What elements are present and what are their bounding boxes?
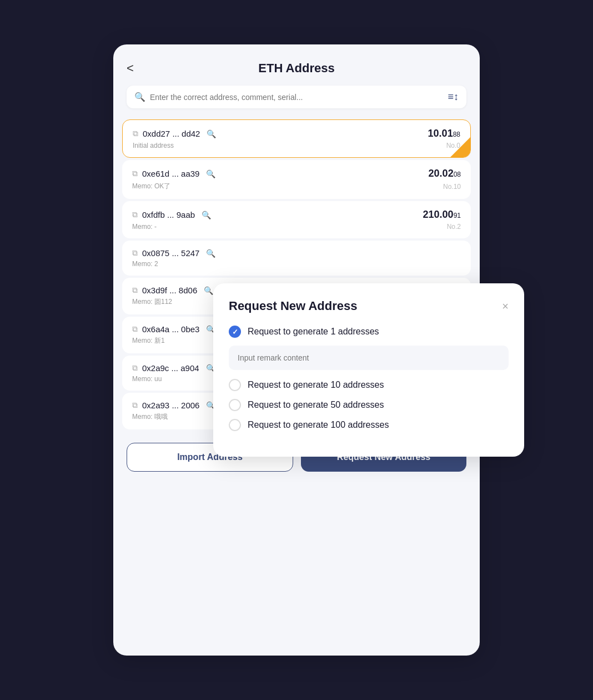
request-modal: Request New Address × Request to generat… <box>213 283 524 457</box>
search-sm-icon[interactable]: 🔍 <box>206 249 215 258</box>
address-text: 0x2a9c ... a904 <box>142 363 199 373</box>
search-icon: 🔍 <box>134 92 145 102</box>
address-text: 0xe61d ... aa39 <box>142 169 199 178</box>
address-text: 0xfdfb ... 9aab <box>142 210 195 219</box>
address-left: ⧉ 0x2a93 ... 2006 🔍 <box>132 401 215 410</box>
address-text: 0x0875 ... 5247 <box>142 248 199 258</box>
address-item-top: ⧉ 0xfdfb ... 9aab 🔍 210.0091 <box>132 209 461 221</box>
amount: 20.0208 <box>429 168 461 179</box>
radio-option[interactable]: Request to generate 100 addresses <box>229 419 509 431</box>
address-text: 0x3d9f ... 8d06 <box>142 286 197 295</box>
address-item[interactable]: ⧉ 0xdd27 ... dd42 🔍 10.0188 Initial addr… <box>122 119 471 158</box>
address-left: ⧉ 0xe61d ... aa39 🔍 <box>132 169 215 178</box>
search-input[interactable] <box>150 93 443 102</box>
radio-label-3: Request to generate 100 addresses <box>248 420 389 430</box>
memo-text: Memo: uu <box>132 375 162 383</box>
copy-icon[interactable]: ⧉ <box>133 129 138 138</box>
search-sm-icon[interactable]: 🔍 <box>204 286 213 295</box>
radio-option-3[interactable]: Request to generate 100 addresses <box>229 419 509 431</box>
copy-icon[interactable]: ⧉ <box>132 286 138 295</box>
active-badge <box>450 137 470 157</box>
copy-icon[interactable]: ⧉ <box>132 210 138 219</box>
address-text: 0x2a93 ... 2006 <box>142 401 199 410</box>
copy-icon[interactable]: ⧉ <box>132 169 138 178</box>
memo-text: Memo: 哦哦 <box>132 412 168 422</box>
search-bar: 🔍 ≡↕ <box>127 86 466 108</box>
search-sm-icon[interactable]: 🔍 <box>206 169 215 178</box>
radio-option-1[interactable]: Request to generate 10 addresses <box>229 379 509 391</box>
radio-circle-0 <box>229 326 241 338</box>
radio-circle-3 <box>229 419 241 431</box>
address-item[interactable]: ⧉ 0xe61d ... aa39 🔍 20.0208 Memo: OK了 No… <box>122 160 471 199</box>
modal-header: Request New Address × <box>229 299 509 313</box>
modal-close-button[interactable]: × <box>502 300 509 313</box>
address-item[interactable]: ⧉ 0xfdfb ... 9aab 🔍 210.0091 Memo: - No.… <box>122 201 471 238</box>
radio-circle-1 <box>229 379 241 391</box>
page-title: ETH Address <box>258 61 334 76</box>
copy-icon[interactable]: ⧉ <box>132 324 138 334</box>
search-sm-icon[interactable]: 🔍 <box>202 211 211 219</box>
radio-option-2[interactable]: Request to generate 50 addresses <box>229 399 509 411</box>
memo-text: Memo: 新1 <box>132 336 165 346</box>
amount: 210.0091 <box>423 209 461 221</box>
radio-label-0: Request to generate 1 addresses <box>248 327 379 337</box>
radio-option[interactable]: Request to generate 50 addresses <box>229 399 509 411</box>
address-item-top: ⧉ 0xe61d ... aa39 🔍 20.0208 <box>132 168 461 179</box>
main-card: < ETH Address 🔍 ≡↕ ⧉ 0xdd27 ... dd42 🔍 1… <box>113 44 480 656</box>
radio-option[interactable]: Request to generate 10 addresses <box>229 379 509 391</box>
address-meta: Initial address No.0 <box>133 142 460 149</box>
search-sm-icon[interactable]: 🔍 <box>207 129 216 138</box>
address-left: ⧉ 0x2a9c ... a904 🔍 <box>132 363 215 373</box>
address-left: ⧉ 0x6a4a ... 0be3 🔍 <box>132 324 215 334</box>
address-item[interactable]: ⧉ 0x0875 ... 5247 🔍 Memo: 2 <box>122 241 471 276</box>
address-left: ⧉ 0x0875 ... 5247 🔍 <box>132 248 215 258</box>
address-meta: Memo: - No.2 <box>132 223 461 231</box>
radio-circle-2 <box>229 399 241 411</box>
memo-text: Initial address <box>133 142 174 149</box>
address-text: 0xdd27 ... dd42 <box>143 129 200 138</box>
address-left: ⧉ 0xfdfb ... 9aab 🔍 <box>132 210 211 219</box>
memo-text: Memo: OK了 <box>132 182 170 191</box>
copy-icon[interactable]: ⧉ <box>132 401 138 410</box>
header: < ETH Address <box>113 44 480 86</box>
address-left: ⧉ 0xdd27 ... dd42 🔍 <box>133 129 216 138</box>
address-text: 0x6a4a ... 0be3 <box>142 324 199 334</box>
radio-label-2: Request to generate 50 addresses <box>248 400 384 410</box>
address-meta: Memo: 2 <box>132 260 461 268</box>
address-item-top: ⧉ 0x0875 ... 5247 🔍 <box>132 248 461 258</box>
back-button[interactable]: < <box>127 61 134 76</box>
radio-option-0[interactable]: Request to generate 1 addresses <box>229 326 509 338</box>
address-no: No.10 <box>443 183 461 191</box>
address-left: ⧉ 0x3d9f ... 8d06 🔍 <box>132 286 213 295</box>
memo-text: Memo: 圆112 <box>132 297 172 307</box>
copy-icon[interactable]: ⧉ <box>132 363 138 373</box>
copy-icon[interactable]: ⧉ <box>132 248 138 258</box>
memo-text: Memo: 2 <box>132 260 158 268</box>
modal-title: Request New Address <box>229 299 357 313</box>
memo-text: Memo: - <box>132 223 157 231</box>
modal-options: Request to generate 1 addresses Request … <box>229 326 509 431</box>
remark-input[interactable] <box>229 346 509 370</box>
radio-option[interactable]: Request to generate 1 addresses <box>229 326 509 379</box>
address-no: No.2 <box>447 223 461 231</box>
filter-button[interactable]: ≡↕ <box>448 91 459 103</box>
radio-label-1: Request to generate 10 addresses <box>248 380 384 390</box>
address-item-top: ⧉ 0xdd27 ... dd42 🔍 10.0188 <box>133 128 460 139</box>
address-meta: Memo: OK了 No.10 <box>132 182 461 191</box>
